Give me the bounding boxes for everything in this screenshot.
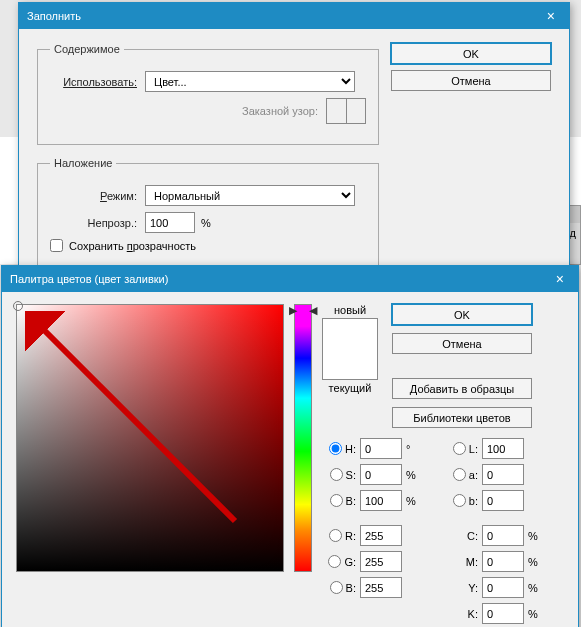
fill-title: Заполнить: [27, 10, 81, 22]
add-swatch-button[interactable]: Добавить в образцы: [392, 378, 532, 399]
preview-swatch: [322, 318, 378, 380]
r-radio[interactable]: [329, 529, 342, 542]
content-group: Содержимое Использовать: Цвет... Заказно…: [37, 43, 379, 145]
fill-titlebar[interactable]: Заполнить ×: [19, 3, 569, 29]
c-input[interactable]: [482, 525, 524, 546]
color-field[interactable]: [16, 304, 284, 572]
g-input[interactable]: [360, 551, 402, 572]
cp-titlebar[interactable]: Палитра цветов (цвет заливки) ×: [2, 266, 578, 292]
pattern-label: Заказной узор:: [231, 105, 326, 117]
l-input[interactable]: [482, 438, 524, 459]
cp-cancel-button[interactable]: Отмена: [392, 333, 532, 354]
hue-pointer: ▶◀: [289, 304, 317, 317]
field-marker: [13, 301, 23, 311]
content-legend: Содержимое: [50, 43, 124, 55]
hue-slider[interactable]: ▶◀: [294, 304, 312, 624]
new-label: новый: [334, 304, 366, 316]
m-input[interactable]: [482, 551, 524, 572]
a-input[interactable]: [482, 464, 524, 485]
cancel-button[interactable]: Отмена: [391, 70, 551, 91]
s-radio[interactable]: [330, 468, 343, 481]
overlay-group: Наложение Режим: Нормальный Непрозр.: % …: [37, 157, 379, 267]
close-icon[interactable]: ×: [550, 271, 570, 287]
mode-select[interactable]: Нормальный: [145, 185, 355, 206]
lb-radio[interactable]: [453, 494, 466, 507]
rb-input[interactable]: [360, 577, 402, 598]
opacity-unit: %: [201, 217, 211, 229]
color-libs-button[interactable]: Библиотеки цветов: [392, 407, 532, 428]
cp-title: Палитра цветов (цвет заливки): [10, 273, 168, 285]
lb-input[interactable]: [482, 490, 524, 511]
preserve-label: Сохранить прозрачность: [69, 240, 196, 252]
rb-radio[interactable]: [330, 581, 343, 594]
use-label: Использовать:: [50, 76, 145, 88]
ok-button[interactable]: OK: [391, 43, 551, 64]
b-input[interactable]: [360, 490, 402, 511]
opacity-input[interactable]: [145, 212, 195, 233]
mode-label: Режим:: [50, 190, 145, 202]
s-input[interactable]: [360, 464, 402, 485]
pattern-swatch[interactable]: [326, 98, 366, 124]
h-input[interactable]: [360, 438, 402, 459]
svg-line-0: [37, 323, 235, 521]
fill-dialog: Заполнить × Содержимое Использовать: Цве…: [18, 2, 570, 294]
r-input[interactable]: [360, 525, 402, 546]
use-select[interactable]: Цвет...: [145, 71, 355, 92]
y-input[interactable]: [482, 577, 524, 598]
preserve-check-input[interactable]: [50, 239, 63, 252]
cp-ok-button[interactable]: OK: [392, 304, 532, 325]
b-radio[interactable]: [330, 494, 343, 507]
a-radio[interactable]: [453, 468, 466, 481]
overlay-legend: Наложение: [50, 157, 116, 169]
color-picker-dialog: Палитра цветов (цвет заливки) × ▶◀ новый…: [1, 265, 579, 627]
arrow-annotation: [25, 311, 255, 541]
opacity-label: Непрозр.:: [50, 217, 145, 229]
h-radio[interactable]: [329, 442, 342, 455]
g-radio[interactable]: [328, 555, 341, 568]
close-icon[interactable]: ×: [541, 8, 561, 24]
l-radio[interactable]: [453, 442, 466, 455]
current-label: текущий: [329, 382, 372, 394]
k-input[interactable]: [482, 603, 524, 624]
preserve-checkbox[interactable]: Сохранить прозрачность: [50, 239, 366, 252]
